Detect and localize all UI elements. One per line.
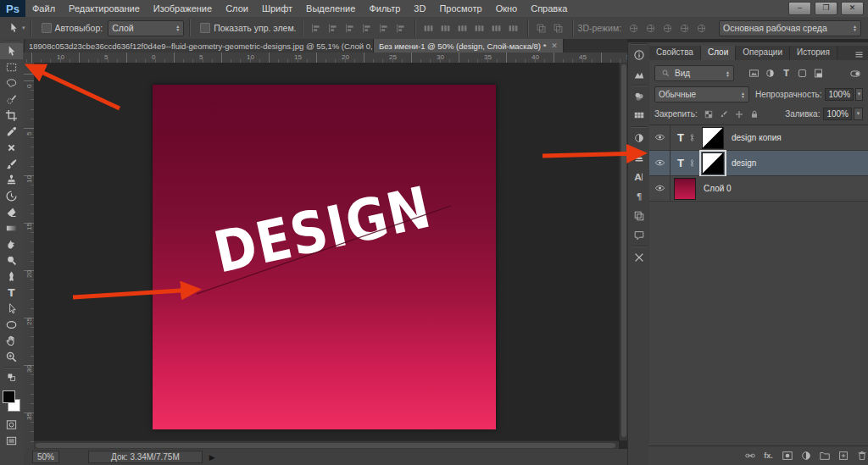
info-panel-icon[interactable] xyxy=(628,45,650,64)
lock-transparency-icon[interactable] xyxy=(702,108,715,120)
layer-visibility-toggle[interactable] xyxy=(649,125,670,150)
type-tool[interactable]: T xyxy=(0,285,23,301)
document-tab-2[interactable]: Без имени-1 @ 50% (design, Слой-маска/8)… xyxy=(374,39,564,53)
shape-filter-icon[interactable] xyxy=(794,66,810,80)
menu-item-фильтр[interactable]: Фильтр xyxy=(362,0,407,17)
lock-all-icon[interactable] xyxy=(748,108,761,120)
pixel-filter-icon[interactable] xyxy=(746,66,762,80)
layer-thumbnail[interactable] xyxy=(674,178,696,200)
status-menu-arrow-icon[interactable]: ▶ xyxy=(209,453,215,462)
document-canvas[interactable]: DESIGN xyxy=(153,85,496,429)
notes-panel-icon[interactable] xyxy=(628,225,650,245)
menu-item-3d[interactable]: 3D xyxy=(407,0,432,17)
slide-3d-icon[interactable] xyxy=(676,20,693,36)
quick-selection-tool[interactable] xyxy=(0,91,23,108)
path-selection-tool[interactable] xyxy=(0,301,23,317)
align-v-center-icon[interactable] xyxy=(376,20,392,36)
align-left-icon[interactable] xyxy=(308,20,325,36)
layer-mask-thumbnail[interactable] xyxy=(702,127,724,149)
close-tab-icon[interactable]: ✕ xyxy=(551,42,558,50)
distribute-v-center-icon[interactable] xyxy=(437,20,454,36)
align-top-icon[interactable] xyxy=(359,20,376,36)
menu-item-шрифт[interactable]: Шрифт xyxy=(255,0,299,17)
menu-item-редактирование[interactable]: Редактирование xyxy=(62,0,147,17)
rectangular-marquee-tool[interactable] xyxy=(0,59,23,75)
tool-preset-caret-icon[interactable]: ▾ xyxy=(22,25,25,31)
type-filter-icon[interactable]: T xyxy=(778,66,794,80)
menu-item-слои[interactable]: Слои xyxy=(219,0,255,17)
opacity-value[interactable]: 100% xyxy=(825,88,854,101)
history-brush-tool[interactable] xyxy=(0,188,23,204)
auto-blend-icon[interactable] xyxy=(550,20,567,36)
lasso-tool[interactable] xyxy=(0,75,23,91)
ellipse-tool[interactable] xyxy=(0,317,23,333)
show-controls-checkbox[interactable] xyxy=(200,23,210,33)
layer-comps-panel-icon[interactable] xyxy=(628,206,650,225)
filter-kind-select[interactable]: Вид ▲▼ xyxy=(654,65,734,81)
align-bottom-icon[interactable] xyxy=(392,20,409,36)
menu-item-изображение[interactable]: Изображение xyxy=(147,0,219,17)
smudge-tool[interactable] xyxy=(0,236,23,252)
menu-item-просмотр[interactable]: Просмотр xyxy=(432,0,488,17)
distribute-right-icon[interactable] xyxy=(505,20,522,36)
layer-mask-thumbnail[interactable] xyxy=(702,152,724,174)
autoselect-target-select[interactable]: Слой ▲▼ xyxy=(108,20,184,36)
canvas-area[interactable]: DESIGN xyxy=(34,63,619,440)
move-tool[interactable] xyxy=(0,43,23,59)
panel-menu-icon[interactable] xyxy=(854,49,865,60)
paragraph-panel-icon[interactable]: ¶ xyxy=(628,186,650,206)
clone-stamp-tool[interactable] xyxy=(0,172,23,188)
lock-pixels-icon[interactable] xyxy=(717,108,731,120)
align-right-icon[interactable] xyxy=(342,20,359,36)
quick-mask-button[interactable] xyxy=(0,417,23,433)
panel-tab-слои[interactable]: Слои xyxy=(701,46,736,60)
styles-panel-icon[interactable] xyxy=(628,128,650,147)
text-layer-thumbnail[interactable]: T xyxy=(677,131,684,144)
default-swatches-icon[interactable] xyxy=(0,369,23,385)
swatches-panel-icon[interactable] xyxy=(628,106,650,125)
text-layer-thumbnail[interactable]: T xyxy=(677,157,684,169)
minimize-button[interactable]: – xyxy=(788,2,811,15)
workspace-select[interactable]: Основная рабочая среда ▲▼ xyxy=(719,20,861,36)
distribute-h-center-icon[interactable] xyxy=(488,20,505,36)
adjustment-filter-icon[interactable] xyxy=(762,66,778,80)
drag-3d-icon[interactable] xyxy=(659,20,676,36)
layer-row-design-копия[interactable]: Tdesign копия xyxy=(649,125,868,151)
rotate-3d-icon[interactable] xyxy=(625,20,642,36)
add-mask-icon[interactable] xyxy=(781,450,793,462)
gradient-tool[interactable] xyxy=(0,220,23,236)
crop-tool[interactable] xyxy=(0,108,23,124)
eyedropper-tool[interactable] xyxy=(0,124,23,140)
close-button[interactable]: ✕ xyxy=(841,2,864,15)
align-h-center-icon[interactable] xyxy=(325,20,342,36)
tool-presets-panel-icon[interactable] xyxy=(628,247,650,267)
screen-mode-button[interactable] xyxy=(0,433,23,449)
dodge-tool[interactable] xyxy=(0,252,23,268)
delete-layer-icon[interactable] xyxy=(855,450,868,462)
distribute-bottom-icon[interactable] xyxy=(454,20,471,36)
new-group-icon[interactable] xyxy=(818,450,831,462)
roll-3d-icon[interactable] xyxy=(642,20,659,36)
histogram-panel-icon[interactable] xyxy=(628,64,650,84)
autoselect-checkbox[interactable] xyxy=(42,23,52,33)
menu-item-справка[interactable]: Справка xyxy=(524,0,574,17)
document-tab-1[interactable]: 18908c053d23cbe36ccd636f12f0d4e9--fluid-… xyxy=(24,39,374,53)
zoom-tool[interactable] xyxy=(0,349,23,365)
fill-value[interactable]: 100% xyxy=(823,108,852,120)
smartobject-filter-icon[interactable] xyxy=(810,66,826,80)
panel-tab-операции[interactable]: Операции xyxy=(736,46,790,60)
opacity-caret-icon[interactable]: ▼ xyxy=(855,88,863,101)
menu-item-файл[interactable]: Файл xyxy=(25,0,62,17)
brush-tool[interactable] xyxy=(0,156,23,172)
new-adjustment-icon[interactable] xyxy=(799,450,812,462)
layer-style-icon[interactable]: fx. xyxy=(762,450,775,462)
panel-tab-свойства[interactable]: Свойства xyxy=(649,46,701,60)
eraser-tool[interactable] xyxy=(0,204,23,220)
filter-switch-icon[interactable] xyxy=(847,66,863,80)
color-panel-icon[interactable] xyxy=(628,86,650,106)
auto-align-icon[interactable] xyxy=(533,20,550,36)
character-panel-icon[interactable]: A xyxy=(628,167,650,186)
zoom-level-field[interactable]: 50% xyxy=(32,451,59,463)
lock-position-icon[interactable] xyxy=(732,108,746,120)
layer-visibility-toggle[interactable] xyxy=(649,151,670,175)
